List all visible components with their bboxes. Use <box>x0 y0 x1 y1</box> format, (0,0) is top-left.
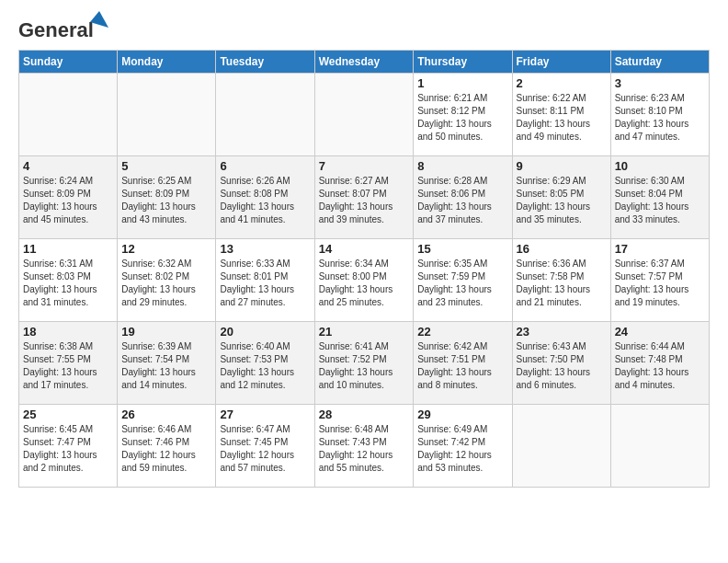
day-number: 10 <box>615 159 705 173</box>
day-number: 11 <box>23 242 113 256</box>
day-info: Sunrise: 6:29 AM Sunset: 8:05 PM Dayligh… <box>517 175 607 226</box>
calendar-cell: 20Sunrise: 6:40 AM Sunset: 7:53 PM Dayli… <box>216 322 314 405</box>
calendar-cell: 12Sunrise: 6:32 AM Sunset: 8:02 PM Dayli… <box>118 239 216 322</box>
calendar-cell <box>216 74 314 156</box>
calendar-cell: 1Sunrise: 6:21 AM Sunset: 8:12 PM Daylig… <box>414 74 512 156</box>
calendar-cell: 19Sunrise: 6:39 AM Sunset: 7:54 PM Dayli… <box>118 322 216 405</box>
day-info: Sunrise: 6:38 AM Sunset: 7:55 PM Dayligh… <box>23 340 113 392</box>
logo-general: General <box>18 18 94 41</box>
day-number: 9 <box>517 159 607 173</box>
calendar-cell: 28Sunrise: 6:48 AM Sunset: 7:43 PM Dayli… <box>314 405 414 488</box>
logo-bird-icon <box>90 11 108 28</box>
day-info: Sunrise: 6:43 AM Sunset: 7:50 PM Dayligh… <box>517 340 607 392</box>
day-number: 29 <box>417 408 507 421</box>
calendar-cell: 15Sunrise: 6:35 AM Sunset: 7:59 PM Dayli… <box>414 239 512 322</box>
day-number: 25 <box>23 408 113 421</box>
calendar-cell: 17Sunrise: 6:37 AM Sunset: 7:57 PM Dayli… <box>610 239 709 322</box>
calendar-cell: 21Sunrise: 6:41 AM Sunset: 7:52 PM Dayli… <box>314 322 414 405</box>
day-number: 4 <box>23 159 113 173</box>
day-number: 22 <box>417 325 507 339</box>
day-number: 14 <box>319 242 410 256</box>
calendar-cell <box>512 405 610 488</box>
day-number: 28 <box>319 408 410 421</box>
day-info: Sunrise: 6:31 AM Sunset: 8:03 PM Dayligh… <box>23 258 113 309</box>
calendar-cell: 16Sunrise: 6:36 AM Sunset: 7:58 PM Dayli… <box>512 239 610 322</box>
day-info: Sunrise: 6:49 AM Sunset: 7:42 PM Dayligh… <box>417 423 507 475</box>
logo: General <box>18 18 94 42</box>
day-info: Sunrise: 6:37 AM Sunset: 7:57 PM Dayligh… <box>615 258 705 309</box>
day-info: Sunrise: 6:48 AM Sunset: 7:43 PM Dayligh… <box>319 423 410 475</box>
calendar-cell: 26Sunrise: 6:46 AM Sunset: 7:46 PM Dayli… <box>118 405 216 488</box>
day-of-week-header: Sunday <box>19 51 118 74</box>
day-of-week-header: Monday <box>118 51 216 74</box>
calendar-cell: 3Sunrise: 6:23 AM Sunset: 8:10 PM Daylig… <box>610 74 709 156</box>
day-of-week-header: Wednesday <box>314 51 414 74</box>
day-number: 26 <box>121 408 211 421</box>
calendar-week-row: 1Sunrise: 6:21 AM Sunset: 8:12 PM Daylig… <box>19 74 710 156</box>
day-number: 21 <box>319 325 410 339</box>
day-number: 2 <box>517 76 607 90</box>
day-number: 5 <box>121 159 211 173</box>
calendar-cell: 29Sunrise: 6:49 AM Sunset: 7:42 PM Dayli… <box>414 405 512 488</box>
day-number: 20 <box>220 325 310 339</box>
day-number: 6 <box>220 159 310 173</box>
calendar-week-row: 18Sunrise: 6:38 AM Sunset: 7:55 PM Dayli… <box>19 322 710 405</box>
day-info: Sunrise: 6:30 AM Sunset: 8:04 PM Dayligh… <box>615 175 705 226</box>
day-info: Sunrise: 6:27 AM Sunset: 8:07 PM Dayligh… <box>319 175 410 226</box>
calendar-cell: 10Sunrise: 6:30 AM Sunset: 8:04 PM Dayli… <box>610 156 709 239</box>
day-info: Sunrise: 6:45 AM Sunset: 7:47 PM Dayligh… <box>23 423 113 475</box>
calendar-cell: 25Sunrise: 6:45 AM Sunset: 7:47 PM Dayli… <box>19 405 118 488</box>
day-info: Sunrise: 6:34 AM Sunset: 8:00 PM Dayligh… <box>319 258 410 309</box>
day-info: Sunrise: 6:46 AM Sunset: 7:46 PM Dayligh… <box>121 423 211 475</box>
calendar-week-row: 4Sunrise: 6:24 AM Sunset: 8:09 PM Daylig… <box>19 156 710 239</box>
calendar-cell: 23Sunrise: 6:43 AM Sunset: 7:50 PM Dayli… <box>512 322 610 405</box>
day-number: 7 <box>319 159 410 173</box>
calendar-cell: 13Sunrise: 6:33 AM Sunset: 8:01 PM Dayli… <box>216 239 314 322</box>
day-number: 24 <box>615 325 705 339</box>
calendar-week-row: 25Sunrise: 6:45 AM Sunset: 7:47 PM Dayli… <box>19 405 710 488</box>
calendar-week-row: 11Sunrise: 6:31 AM Sunset: 8:03 PM Dayli… <box>19 239 710 322</box>
day-of-week-header: Friday <box>512 51 610 74</box>
day-number: 1 <box>417 76 507 90</box>
day-number: 3 <box>615 76 705 90</box>
calendar-cell: 11Sunrise: 6:31 AM Sunset: 8:03 PM Dayli… <box>19 239 118 322</box>
day-info: Sunrise: 6:40 AM Sunset: 7:53 PM Dayligh… <box>220 340 310 392</box>
day-number: 19 <box>121 325 211 339</box>
calendar-cell: 2Sunrise: 6:22 AM Sunset: 8:11 PM Daylig… <box>512 74 610 156</box>
day-info: Sunrise: 6:23 AM Sunset: 8:10 PM Dayligh… <box>615 92 705 144</box>
day-info: Sunrise: 6:33 AM Sunset: 8:01 PM Dayligh… <box>220 258 310 309</box>
calendar-cell: 24Sunrise: 6:44 AM Sunset: 7:48 PM Dayli… <box>610 322 709 405</box>
day-number: 15 <box>417 242 507 256</box>
calendar-cell: 4Sunrise: 6:24 AM Sunset: 8:09 PM Daylig… <box>19 156 118 239</box>
calendar-header-row: SundayMondayTuesdayWednesdayThursdayFrid… <box>19 51 710 74</box>
calendar-cell: 7Sunrise: 6:27 AM Sunset: 8:07 PM Daylig… <box>314 156 414 239</box>
day-number: 18 <box>23 325 113 339</box>
day-number: 23 <box>517 325 607 339</box>
svg-marker-0 <box>90 11 108 28</box>
day-info: Sunrise: 6:41 AM Sunset: 7:52 PM Dayligh… <box>319 340 410 392</box>
calendar-cell: 18Sunrise: 6:38 AM Sunset: 7:55 PM Dayli… <box>19 322 118 405</box>
calendar-cell <box>118 74 216 156</box>
day-info: Sunrise: 6:42 AM Sunset: 7:51 PM Dayligh… <box>417 340 507 392</box>
day-of-week-header: Tuesday <box>216 51 314 74</box>
day-number: 27 <box>220 408 310 421</box>
day-info: Sunrise: 6:36 AM Sunset: 7:58 PM Dayligh… <box>517 258 607 309</box>
day-info: Sunrise: 6:39 AM Sunset: 7:54 PM Dayligh… <box>121 340 211 392</box>
day-info: Sunrise: 6:35 AM Sunset: 7:59 PM Dayligh… <box>417 258 507 309</box>
day-info: Sunrise: 6:44 AM Sunset: 7:48 PM Dayligh… <box>615 340 705 392</box>
day-info: Sunrise: 6:22 AM Sunset: 8:11 PM Dayligh… <box>517 92 607 144</box>
day-info: Sunrise: 6:24 AM Sunset: 8:09 PM Dayligh… <box>23 175 113 226</box>
calendar-cell: 27Sunrise: 6:47 AM Sunset: 7:45 PM Dayli… <box>216 405 314 488</box>
day-info: Sunrise: 6:25 AM Sunset: 8:09 PM Dayligh… <box>121 175 211 226</box>
day-number: 8 <box>417 159 507 173</box>
calendar-table: SundayMondayTuesdayWednesdayThursdayFrid… <box>18 50 710 488</box>
day-info: Sunrise: 6:28 AM Sunset: 8:06 PM Dayligh… <box>417 175 507 226</box>
day-number: 16 <box>517 242 607 256</box>
day-number: 12 <box>121 242 211 256</box>
calendar-cell: 6Sunrise: 6:26 AM Sunset: 8:08 PM Daylig… <box>216 156 314 239</box>
day-of-week-header: Thursday <box>414 51 512 74</box>
calendar-cell <box>19 74 118 156</box>
calendar-cell: 9Sunrise: 6:29 AM Sunset: 8:05 PM Daylig… <box>512 156 610 239</box>
header: General <box>18 18 710 42</box>
calendar-cell: 14Sunrise: 6:34 AM Sunset: 8:00 PM Dayli… <box>314 239 414 322</box>
